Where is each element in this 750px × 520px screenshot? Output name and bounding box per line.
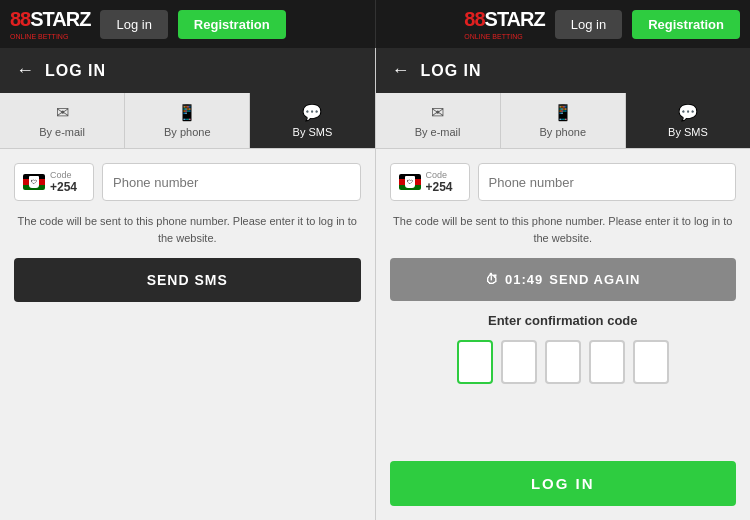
flag-shield-left: 🛡 bbox=[29, 176, 39, 188]
logo-left: 88STARZ ONLINE BETTING bbox=[10, 8, 90, 40]
timer-icon: ⏱ bbox=[485, 272, 499, 287]
nav-bar: 88STARZ ONLINE BETTING Log in Registrati… bbox=[0, 0, 750, 48]
code-info-left: Code +254 bbox=[50, 170, 77, 194]
tab-email-label-left: By e-mail bbox=[39, 126, 85, 138]
send-again-label: SEND AGAIN bbox=[549, 272, 640, 287]
send-again-button[interactable]: ⏱ 01:49 SEND AGAIN bbox=[390, 258, 737, 301]
tab-email-right[interactable]: ✉ By e-mail bbox=[376, 93, 501, 148]
logo-subtitle-right: ONLINE BETTING bbox=[464, 33, 544, 40]
tab-email-left[interactable]: ✉ By e-mail bbox=[0, 93, 125, 148]
code-label-left: Code bbox=[50, 170, 77, 180]
panel-left: ← LOG IN ✉ By e-mail 📱 By phone 💬 By SMS bbox=[0, 48, 375, 520]
tab-phone-right[interactable]: 📱 By phone bbox=[501, 93, 626, 148]
send-sms-button[interactable]: SEND SMS bbox=[14, 258, 361, 302]
logo-right: 88STARZ ONLINE BETTING bbox=[464, 8, 544, 40]
tab-sms-right[interactable]: 💬 By SMS bbox=[626, 93, 750, 148]
code-inputs bbox=[390, 340, 737, 384]
tab-sms-label-right: By SMS bbox=[668, 126, 708, 138]
nav-left: 88STARZ ONLINE BETTING Log in Registrati… bbox=[10, 8, 375, 40]
kenya-flag-left: 🛡 bbox=[23, 174, 45, 190]
phone-row-right: 🛡 Code +254 bbox=[390, 163, 737, 201]
spacer bbox=[390, 396, 737, 449]
phone-row-left: 🛡 Code +254 bbox=[14, 163, 361, 201]
tab-sms-label-left: By SMS bbox=[293, 126, 333, 138]
send-again-timer: 01:49 bbox=[505, 272, 543, 287]
info-text-left: The code will be sent to this phone numb… bbox=[14, 213, 361, 246]
info-text-right: The code will be sent to this phone numb… bbox=[390, 213, 737, 246]
sms-icon-right: 💬 bbox=[678, 103, 698, 122]
login-title-right: LOG IN bbox=[421, 62, 482, 80]
phone-input-left[interactable] bbox=[102, 163, 361, 201]
login-header-left: ← LOG IN bbox=[0, 48, 375, 93]
code-digit-5[interactable] bbox=[633, 340, 669, 384]
code-info-right: Code +254 bbox=[426, 170, 453, 194]
logo-text-left: 88STARZ bbox=[10, 8, 90, 31]
main-content: ← LOG IN ✉ By e-mail 📱 By phone 💬 By SMS bbox=[0, 48, 750, 520]
tabs-left: ✉ By e-mail 📱 By phone 💬 By SMS bbox=[0, 93, 375, 149]
code-digit-4[interactable] bbox=[589, 340, 625, 384]
tab-phone-label-left: By phone bbox=[164, 126, 210, 138]
code-digit-3[interactable] bbox=[545, 340, 581, 384]
panel-right: ← LOG IN ✉ By e-mail 📱 By phone 💬 By SMS bbox=[375, 48, 751, 520]
sms-icon-left: 💬 bbox=[302, 103, 322, 122]
tab-sms-left[interactable]: 💬 By SMS bbox=[250, 93, 374, 148]
code-value-right: +254 bbox=[426, 180, 453, 194]
nav-register-button-right[interactable]: Registration bbox=[632, 10, 740, 39]
phone-input-right[interactable] bbox=[478, 163, 737, 201]
phone-icon-right: 📱 bbox=[553, 103, 573, 122]
email-icon-right: ✉ bbox=[431, 103, 444, 122]
email-icon-left: ✉ bbox=[56, 103, 69, 122]
form-area-right: 🛡 Code +254 The code will be sent to thi… bbox=[376, 149, 751, 520]
tabs-right: ✉ By e-mail 📱 By phone 💬 By SMS bbox=[376, 93, 751, 149]
logo-text-right: 88STARZ bbox=[464, 8, 544, 31]
code-digit-1[interactable] bbox=[457, 340, 493, 384]
phone-icon-left: 📱 bbox=[177, 103, 197, 122]
kenya-flag-right: 🛡 bbox=[399, 174, 421, 190]
tab-phone-label-right: By phone bbox=[540, 126, 586, 138]
back-arrow-right[interactable]: ← bbox=[392, 60, 411, 81]
login-header-right: ← LOG IN bbox=[376, 48, 751, 93]
code-box-left: 🛡 Code +254 bbox=[14, 163, 94, 201]
form-area-left: 🛡 Code +254 The code will be sent to thi… bbox=[0, 149, 375, 520]
tab-email-label-right: By e-mail bbox=[415, 126, 461, 138]
logo-subtitle-left: ONLINE BETTING bbox=[10, 33, 90, 40]
nav-right: 88STARZ ONLINE BETTING Log in Registrati… bbox=[376, 8, 741, 40]
code-box-right: 🛡 Code +254 bbox=[390, 163, 470, 201]
nav-register-button-left[interactable]: Registration bbox=[178, 10, 286, 39]
code-digit-2[interactable] bbox=[501, 340, 537, 384]
tab-phone-left[interactable]: 📱 By phone bbox=[125, 93, 250, 148]
login-button[interactable]: LOG IN bbox=[390, 461, 737, 506]
flag-shield-right: 🛡 bbox=[405, 176, 415, 188]
nav-login-button-right[interactable]: Log in bbox=[555, 10, 622, 39]
back-arrow-left[interactable]: ← bbox=[16, 60, 35, 81]
code-value-left: +254 bbox=[50, 180, 77, 194]
code-label-right: Code bbox=[426, 170, 453, 180]
nav-login-button-left[interactable]: Log in bbox=[100, 10, 167, 39]
login-title-left: LOG IN bbox=[45, 62, 106, 80]
confirm-label: Enter confirmation code bbox=[390, 313, 737, 328]
